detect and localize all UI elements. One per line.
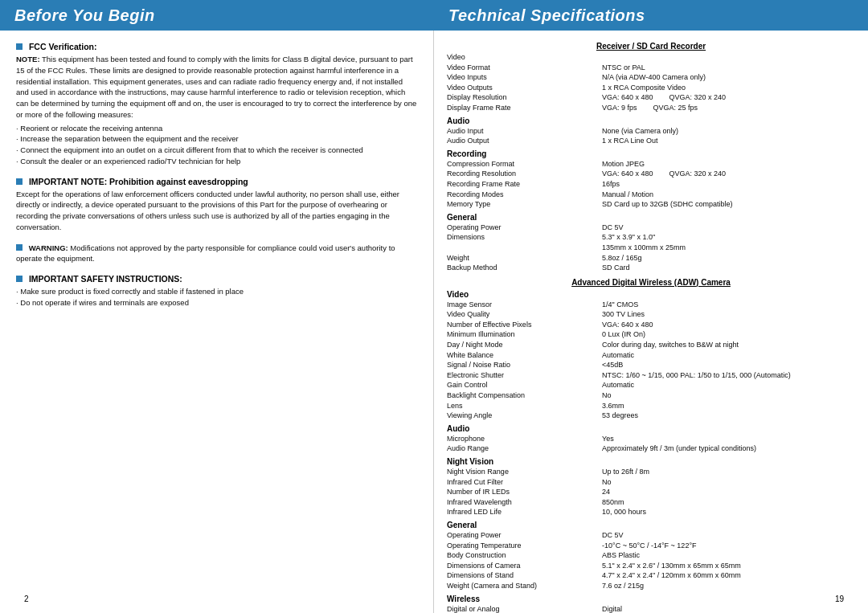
safety-title: IMPORTANT SAFETY INSTRUCTIONS: <box>16 274 417 284</box>
general-section-header: General <box>447 213 855 222</box>
spec-row-video-outputs: Video Outputs 1 x RCA Composite Video <box>447 83 855 93</box>
right-title: Technical Specifications <box>448 6 645 25</box>
spec-row-audio-input: Audio Input None (via Camera only) <box>447 126 855 137</box>
spec-row-item: Number of Effective PixelsVGA: 640 x 480 <box>447 320 855 330</box>
fcc-section: FCC Verification: NOTE: This equipment h… <box>16 42 417 167</box>
audio-section-header: Audio <box>447 116 855 125</box>
right-panel: Receiver / SD Card Recorder Video Video … <box>434 31 868 613</box>
spec-row-video-label: Video <box>447 52 855 63</box>
fcc-bullet-3: · Connect the equipment into an outlet o… <box>16 145 417 156</box>
video2-section-header: Video <box>447 290 855 299</box>
spec-row-item: Infrared Cut FilterNo <box>447 477 855 488</box>
spec-row-rec-frame-rate: Recording Frame Rate 16fps <box>447 179 855 190</box>
spec-row-item: Weight (Camera and Stand)7.6 oz / 215g <box>447 581 855 591</box>
spec-row-rec-resolution: Recording Resolution VGA: 640 x 480 QVGA… <box>447 169 855 179</box>
important-note-section: IMPORTANT NOTE: Prohibition against eave… <box>16 177 417 233</box>
spec-row-item: Operating Temperature-10°C ~ 50°C / -14°… <box>447 541 855 551</box>
spec-row-item: Signal / Noise Ratio<45dB <box>447 360 855 370</box>
spec-row-op-power: Operating Power DC 5V <box>447 223 855 233</box>
adw-wireless-rows: Digital or AnalogDigitalMax. Transmissio… <box>447 604 855 613</box>
spec-row-dimensions: Dimensions 5.3" x 3.9" x 1.0" <box>447 232 855 243</box>
important-note-title: IMPORTANT NOTE: Prohibition against eave… <box>16 177 417 186</box>
safety-bullet-2: · Do not operate if wires and terminals … <box>16 297 417 309</box>
spec-row-compression: Compression Format Motion JPEG <box>447 159 855 170</box>
spec-row-display-resolution: Display Resolution VGA: 640 x 480 QVGA: … <box>447 92 855 103</box>
adw-audio2-rows: MicrophoneYesAudio RangeApproximately 9f… <box>447 434 855 454</box>
warning-icon <box>16 244 23 251</box>
spec-row-display-frame-rate: Display Frame Rate VGA: 9 fps QVGA: 25 f… <box>447 103 855 113</box>
header-left: Before You Begin <box>0 0 434 31</box>
fcc-bullet-2: · Increase the separation between the eq… <box>16 133 417 145</box>
spec-row-item: Digital or AnalogDigital <box>447 604 855 613</box>
warning-text: WARNING: Modifications not approved by t… <box>16 243 417 265</box>
wireless-section-header: Wireless <box>447 595 855 603</box>
spec-row-item: White BalanceAutomatic <box>447 350 855 361</box>
spec-row-item: Image Sensor1/4" CMOS <box>447 300 855 310</box>
spec-row-item: Lens3.6mm <box>447 401 855 411</box>
page-number-left: 2 <box>24 595 29 603</box>
spec-row-item: Dimensions of Camera5.1" x 2.4" x 2.6" /… <box>447 561 855 571</box>
spec-row-item: Viewing Angle53 degrees <box>447 411 855 421</box>
left-title: Before You Begin <box>14 6 155 25</box>
spec-row-item: Video Quality300 TV Lines <box>447 309 855 320</box>
spec-row-item: Operating PowerDC 5V <box>447 530 855 541</box>
spec-row-item: Night Vision RangeUp to 26ft / 8m <box>447 467 855 477</box>
spec-row-item: Audio RangeApproximately 9ft / 3m (under… <box>447 443 855 454</box>
adw-section-header: Advanced Digital Wireless (ADW) Camera <box>447 278 855 287</box>
spec-row-item: Minimum Illumination0 Lux (IR On) <box>447 329 855 340</box>
spec-row-item: Infrared Wavelength850nm <box>447 497 855 508</box>
spec-row-weight: Weight 5.8oz / 165g <box>447 253 855 264</box>
important-note-text: Except for the operations of law enforce… <box>16 189 417 233</box>
spec-row-dimensions-mm: 135mm x 100mm x 25mm <box>447 243 855 253</box>
spec-row-item: Infrared LED Life10, 000 hours <box>447 507 855 517</box>
spec-row-item: Number of IR LEDs24 <box>447 487 855 497</box>
safety-icon <box>16 276 23 282</box>
fcc-title: FCC Verification: <box>16 42 417 51</box>
spec-row-rec-modes: Recording Modes Manual / Motion <box>447 190 855 200</box>
spec-row-item: Day / Night ModeColor during day, switch… <box>447 340 855 350</box>
spec-row-item: Body ConstructionABS Plastic <box>447 550 855 561</box>
left-panel: FCC Verification: NOTE: This equipment h… <box>0 31 434 613</box>
adw-video-rows: Image Sensor1/4" CMOSVideo Quality300 TV… <box>447 300 855 421</box>
page-number-right: 19 <box>835 595 844 603</box>
spec-row-audio-output: Audio Output 1 x RCA Line Out <box>447 136 855 146</box>
fcc-bullet-1: · Reorient or relocate the receiving ant… <box>16 123 417 134</box>
spec-row-item: MicrophoneYes <box>447 434 855 444</box>
safety-section: IMPORTANT SAFETY INSTRUCTIONS: · Make su… <box>16 274 417 309</box>
header-right: Technical Specifications <box>434 0 868 31</box>
adw-nv-rows: Night Vision RangeUp to 26ft / 8mInfrare… <box>447 467 855 517</box>
receiver-section-header: Receiver / SD Card Recorder <box>447 42 855 51</box>
general2-section-header: General <box>447 521 855 529</box>
fcc-icon <box>16 43 23 50</box>
safety-bullet-1: · Make sure product is fixed correctly a… <box>16 286 417 297</box>
fcc-bullet-4: · Consult the dealer or an experienced r… <box>16 156 417 167</box>
spec-row-video-inputs: Video Inputs N/A (via ADW-400 Camera onl… <box>447 72 855 83</box>
spec-row-item: Dimensions of Stand4.7" x 2.4" x 2.4" / … <box>447 570 855 581</box>
spec-row-item: Electronic ShutterNTSC: 1/60 ~ 1/15, 000… <box>447 370 855 381</box>
spec-row-memory-type: Memory Type SD Card up to 32GB (SDHC com… <box>447 199 855 210</box>
spec-row-item: Backlight CompensationNo <box>447 390 855 401</box>
audio2-section-header: Audio <box>447 424 855 433</box>
important-note-icon <box>16 178 23 185</box>
adw-general2-rows: Operating PowerDC 5VOperating Temperatur… <box>447 530 855 591</box>
fcc-text: NOTE: This equipment has been tested and… <box>16 54 417 121</box>
spec-row-item: Gain ControlAutomatic <box>447 380 855 390</box>
warning-section: WARNING: Modifications not approved by t… <box>16 243 417 265</box>
spec-row-video-format: Video Format NTSC or PAL <box>447 63 855 73</box>
spec-row-backup: Backup Method SD Card <box>447 263 855 273</box>
recording-section-header: Recording <box>447 149 855 158</box>
night-vision-section-header: Night Vision <box>447 457 855 466</box>
